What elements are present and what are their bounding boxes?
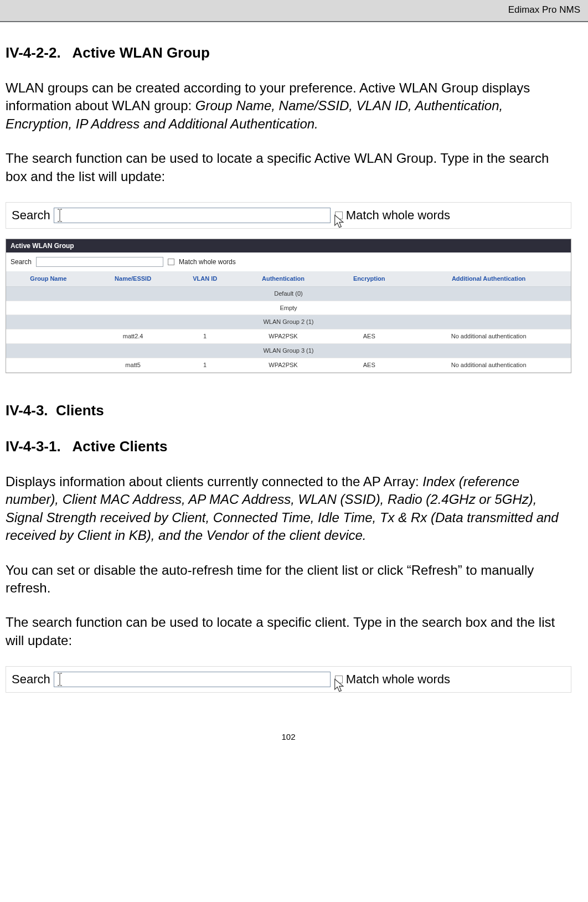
table-row: matt2.4 1 WPA2PSK AES No additional auth… <box>6 329 571 344</box>
search-label: Search <box>12 207 50 224</box>
section-wlan-heading: IV-4-2-2. Active WLAN Group <box>6 43 571 63</box>
section-clients-refresh: You can set or disable the auto-refresh … <box>6 561 571 597</box>
search-label: Search <box>12 671 50 688</box>
group-row: Default (0) <box>6 286 571 301</box>
col-name-essid[interactable]: Name/ESSID <box>91 271 176 286</box>
table-row: matt5 1 WPA2PSK AES No additional authen… <box>6 358 571 372</box>
section-clients-heading: IV-4-3-1. Active Clients <box>6 437 571 456</box>
wlan-search-label: Search <box>11 257 32 266</box>
page-header-bar: Edimax Pro NMS <box>0 0 588 22</box>
col-addl-auth[interactable]: Additional Authentication <box>406 271 571 286</box>
wlan-table: Group Name Name/ESSID VLAN ID Authentica… <box>6 271 571 373</box>
section-clients-search-desc: The search function can be used to locat… <box>6 614 571 650</box>
section-clients-intro: Displays information about clients curre… <box>6 473 571 545</box>
checkbox-icon[interactable] <box>335 212 343 219</box>
wlan-panel-title: Active WLAN Group <box>6 239 571 252</box>
col-group-name[interactable]: Group Name <box>6 271 91 286</box>
page-number: 102 <box>6 731 571 743</box>
wlan-group-panel: Active WLAN Group Search Match whole wor… <box>6 239 571 373</box>
text-cursor-icon <box>56 209 63 222</box>
table-row: Empty <box>6 301 571 315</box>
page-body: IV-4-2-2. Active WLAN Group WLAN groups … <box>0 22 588 759</box>
col-auth[interactable]: Authentication <box>235 271 332 286</box>
wlan-panel-search: Search Match whole words <box>6 252 571 271</box>
wlan-match-checkbox[interactable] <box>168 259 174 265</box>
match-whole-words[interactable]: Match whole words <box>335 671 450 688</box>
section-wlan-intro: WLAN groups can be created according to … <box>6 79 571 133</box>
group-row: WLAN Group 3 (1) <box>6 344 571 358</box>
group-row: WLAN Group 2 (1) <box>6 315 571 329</box>
mouse-cursor-icon <box>332 213 348 229</box>
match-whole-words[interactable]: Match whole words <box>335 207 450 224</box>
wlan-search-input[interactable] <box>36 257 163 267</box>
search-figure-1: Search Match whole words <box>6 202 571 229</box>
text-cursor-icon <box>56 673 63 686</box>
checkbox-icon[interactable] <box>335 676 343 683</box>
section-wlan-search-desc: The search function can be used to locat… <box>6 150 571 185</box>
col-vlan-id[interactable]: VLAN ID <box>176 271 235 286</box>
table-header-row: Group Name Name/ESSID VLAN ID Authentica… <box>6 271 571 286</box>
product-name: Edimax Pro NMS <box>508 4 580 15</box>
search-figure-2: Search Match whole words <box>6 666 571 693</box>
mouse-cursor-icon <box>332 677 348 693</box>
search-input[interactable] <box>54 672 331 687</box>
wlan-match-label: Match whole words <box>179 257 236 266</box>
search-input[interactable] <box>54 208 331 223</box>
col-encryption[interactable]: Encryption <box>332 271 406 286</box>
section-clients-parent-heading: IV-4-3. Clients <box>6 401 571 420</box>
